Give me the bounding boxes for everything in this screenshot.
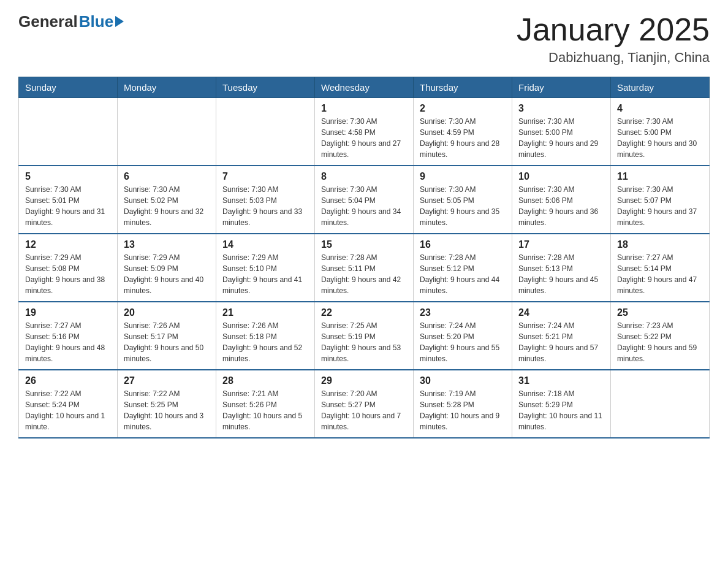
- day-info: Sunrise: 7:26 AMSunset: 5:18 PMDaylight:…: [222, 320, 308, 364]
- calendar-cell: 27Sunrise: 7:22 AMSunset: 5:25 PMDayligh…: [118, 370, 216, 438]
- week-row-2: 12Sunrise: 7:29 AMSunset: 5:08 PMDayligh…: [19, 234, 710, 302]
- calendar-cell: 15Sunrise: 7:28 AMSunset: 5:11 PMDayligh…: [315, 234, 414, 302]
- day-info: Sunrise: 7:30 AMSunset: 5:06 PMDaylight:…: [518, 184, 604, 228]
- day-number: 27: [124, 375, 210, 386]
- week-row-3: 19Sunrise: 7:27 AMSunset: 5:16 PMDayligh…: [19, 302, 710, 370]
- calendar-body: 1Sunrise: 7:30 AMSunset: 4:58 PMDaylight…: [19, 98, 710, 439]
- day-info: Sunrise: 7:24 AMSunset: 5:20 PMDaylight:…: [420, 320, 506, 364]
- week-row-1: 5Sunrise: 7:30 AMSunset: 5:01 PMDaylight…: [19, 166, 710, 234]
- calendar-cell: 25Sunrise: 7:23 AMSunset: 5:22 PMDayligh…: [611, 302, 710, 370]
- day-info: Sunrise: 7:28 AMSunset: 5:13 PMDaylight:…: [518, 252, 604, 296]
- day-number: 13: [124, 239, 210, 250]
- header-day-wednesday: Wednesday: [315, 77, 414, 98]
- day-number: 31: [518, 375, 604, 386]
- calendar-cell: 12Sunrise: 7:29 AMSunset: 5:08 PMDayligh…: [19, 234, 118, 302]
- day-number: 22: [321, 307, 407, 318]
- day-info: Sunrise: 7:23 AMSunset: 5:22 PMDaylight:…: [617, 320, 703, 364]
- day-number: 8: [321, 171, 407, 182]
- calendar-cell: 13Sunrise: 7:29 AMSunset: 5:09 PMDayligh…: [118, 234, 216, 302]
- header-day-monday: Monday: [118, 77, 216, 98]
- day-number: 16: [420, 239, 506, 250]
- logo-arrow-icon: [115, 16, 124, 27]
- calendar-cell: 20Sunrise: 7:26 AMSunset: 5:17 PMDayligh…: [118, 302, 216, 370]
- day-info: Sunrise: 7:21 AMSunset: 5:26 PMDaylight:…: [222, 388, 308, 432]
- calendar-cell: 11Sunrise: 7:30 AMSunset: 5:07 PMDayligh…: [611, 166, 710, 234]
- calendar-cell: 19Sunrise: 7:27 AMSunset: 5:16 PMDayligh…: [19, 302, 118, 370]
- calendar-cell: 29Sunrise: 7:20 AMSunset: 5:27 PMDayligh…: [315, 370, 414, 438]
- day-number: 25: [617, 307, 703, 318]
- calendar-cell: 26Sunrise: 7:22 AMSunset: 5:24 PMDayligh…: [19, 370, 118, 438]
- day-number: 24: [518, 307, 604, 318]
- day-info: Sunrise: 7:28 AMSunset: 5:11 PMDaylight:…: [321, 252, 407, 296]
- day-number: 3: [518, 103, 604, 114]
- day-number: 2: [420, 103, 506, 114]
- day-info: Sunrise: 7:29 AMSunset: 5:10 PMDaylight:…: [222, 252, 308, 296]
- calendar-cell: [611, 370, 710, 438]
- day-info: Sunrise: 7:30 AMSunset: 5:00 PMDaylight:…: [617, 116, 703, 160]
- day-info: Sunrise: 7:29 AMSunset: 5:09 PMDaylight:…: [124, 252, 210, 296]
- day-number: 9: [420, 171, 506, 182]
- day-info: Sunrise: 7:18 AMSunset: 5:29 PMDaylight:…: [518, 388, 604, 432]
- day-info: Sunrise: 7:22 AMSunset: 5:25 PMDaylight:…: [124, 388, 210, 432]
- calendar-cell: 14Sunrise: 7:29 AMSunset: 5:10 PMDayligh…: [216, 234, 315, 302]
- day-number: 6: [124, 171, 210, 182]
- day-info: Sunrise: 7:24 AMSunset: 5:21 PMDaylight:…: [518, 320, 604, 364]
- calendar-cell: 23Sunrise: 7:24 AMSunset: 5:20 PMDayligh…: [414, 302, 512, 370]
- day-number: 12: [25, 239, 111, 250]
- day-info: Sunrise: 7:19 AMSunset: 5:28 PMDaylight:…: [420, 388, 506, 432]
- calendar-cell: 3Sunrise: 7:30 AMSunset: 5:00 PMDaylight…: [512, 98, 611, 166]
- calendar-table: SundayMondayTuesdayWednesdayThursdayFrid…: [18, 77, 710, 439]
- header-day-thursday: Thursday: [414, 77, 512, 98]
- calendar-cell: 2Sunrise: 7:30 AMSunset: 4:59 PMDaylight…: [414, 98, 512, 166]
- calendar-cell: 7Sunrise: 7:30 AMSunset: 5:03 PMDaylight…: [216, 166, 315, 234]
- day-number: 30: [420, 375, 506, 386]
- day-number: 19: [25, 307, 111, 318]
- day-number: 20: [124, 307, 210, 318]
- logo-general-text: General: [18, 12, 78, 31]
- header-row: SundayMondayTuesdayWednesdayThursdayFrid…: [19, 77, 710, 98]
- day-info: Sunrise: 7:27 AMSunset: 5:14 PMDaylight:…: [617, 252, 703, 296]
- calendar-cell: 21Sunrise: 7:26 AMSunset: 5:18 PMDayligh…: [216, 302, 315, 370]
- calendar-header: SundayMondayTuesdayWednesdayThursdayFrid…: [19, 77, 710, 98]
- calendar-cell: 24Sunrise: 7:24 AMSunset: 5:21 PMDayligh…: [512, 302, 611, 370]
- day-number: 4: [617, 103, 703, 114]
- day-info: Sunrise: 7:30 AMSunset: 5:05 PMDaylight:…: [420, 184, 506, 228]
- day-number: 14: [222, 239, 308, 250]
- calendar-cell: 28Sunrise: 7:21 AMSunset: 5:26 PMDayligh…: [216, 370, 315, 438]
- calendar-cell: 17Sunrise: 7:28 AMSunset: 5:13 PMDayligh…: [512, 234, 611, 302]
- day-info: Sunrise: 7:30 AMSunset: 5:02 PMDaylight:…: [124, 184, 210, 228]
- day-number: 29: [321, 375, 407, 386]
- day-number: 5: [25, 171, 111, 182]
- header-day-sunday: Sunday: [19, 77, 118, 98]
- month-title: January 2025: [517, 12, 710, 47]
- day-info: Sunrise: 7:20 AMSunset: 5:27 PMDaylight:…: [321, 388, 407, 432]
- day-number: 21: [222, 307, 308, 318]
- calendar-cell: 18Sunrise: 7:27 AMSunset: 5:14 PMDayligh…: [611, 234, 710, 302]
- calendar-cell: 9Sunrise: 7:30 AMSunset: 5:05 PMDaylight…: [414, 166, 512, 234]
- calendar-cell: 4Sunrise: 7:30 AMSunset: 5:00 PMDaylight…: [611, 98, 710, 166]
- week-row-4: 26Sunrise: 7:22 AMSunset: 5:24 PMDayligh…: [19, 370, 710, 438]
- day-info: Sunrise: 7:30 AMSunset: 5:07 PMDaylight:…: [617, 184, 703, 228]
- logo: General Blue: [18, 12, 124, 31]
- calendar-cell: [118, 98, 216, 166]
- day-info: Sunrise: 7:30 AMSunset: 5:04 PMDaylight:…: [321, 184, 407, 228]
- calendar-cell: [19, 98, 118, 166]
- calendar-cell: 1Sunrise: 7:30 AMSunset: 4:58 PMDaylight…: [315, 98, 414, 166]
- calendar-cell: 8Sunrise: 7:30 AMSunset: 5:04 PMDaylight…: [315, 166, 414, 234]
- calendar-cell: 10Sunrise: 7:30 AMSunset: 5:06 PMDayligh…: [512, 166, 611, 234]
- day-info: Sunrise: 7:30 AMSunset: 4:59 PMDaylight:…: [420, 116, 506, 160]
- day-number: 18: [617, 239, 703, 250]
- calendar-cell: 6Sunrise: 7:30 AMSunset: 5:02 PMDaylight…: [118, 166, 216, 234]
- calendar-cell: 22Sunrise: 7:25 AMSunset: 5:19 PMDayligh…: [315, 302, 414, 370]
- week-row-0: 1Sunrise: 7:30 AMSunset: 4:58 PMDaylight…: [19, 98, 710, 166]
- day-info: Sunrise: 7:30 AMSunset: 4:58 PMDaylight:…: [321, 116, 407, 160]
- day-number: 23: [420, 307, 506, 318]
- day-info: Sunrise: 7:30 AMSunset: 5:00 PMDaylight:…: [518, 116, 604, 160]
- day-info: Sunrise: 7:27 AMSunset: 5:16 PMDaylight:…: [25, 320, 111, 364]
- day-number: 11: [617, 171, 703, 182]
- day-info: Sunrise: 7:25 AMSunset: 5:19 PMDaylight:…: [321, 320, 407, 364]
- page-header: General Blue January 2025 Dabizhuang, Ti…: [18, 12, 710, 66]
- day-number: 7: [222, 171, 308, 182]
- day-number: 17: [518, 239, 604, 250]
- calendar-cell: 5Sunrise: 7:30 AMSunset: 5:01 PMDaylight…: [19, 166, 118, 234]
